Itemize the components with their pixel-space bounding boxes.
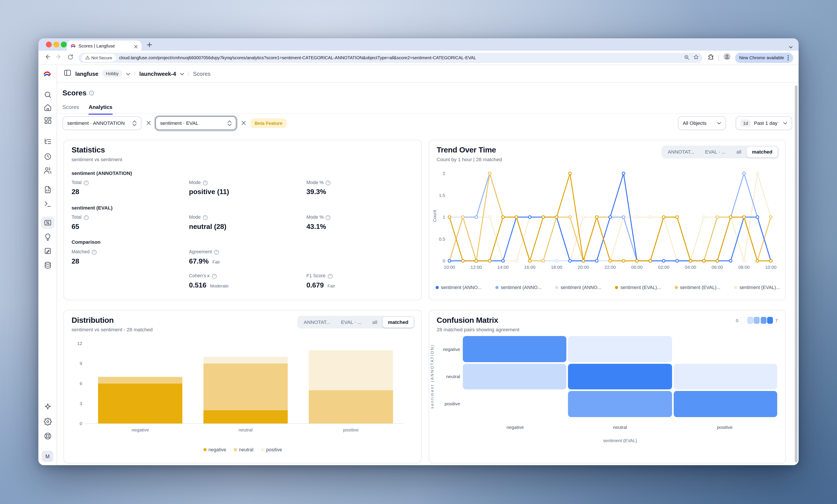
trend-segmented-control: ANNOTAT... EVAL · ... all matched xyxy=(661,146,779,158)
legend-item: sentiment (ANNO... xyxy=(496,285,541,290)
confusion-cell[interactable] xyxy=(568,336,672,362)
distribution-tab-eval[interactable]: EVAL · ... xyxy=(336,317,367,328)
sidebar-prompts-icon[interactable] xyxy=(41,183,54,195)
plan-badge: Hobby xyxy=(102,70,122,77)
legend-item: neutral xyxy=(234,447,253,452)
svg-text:16:00: 16:00 xyxy=(524,265,536,269)
distribution-tab-annotation[interactable]: ANNOTAT... xyxy=(298,317,336,328)
back-icon[interactable] xyxy=(44,53,51,62)
tab-search-chevron-icon[interactable] xyxy=(788,42,793,52)
sidebar-settings-icon[interactable] xyxy=(41,415,54,428)
help-icon[interactable] xyxy=(212,274,217,278)
trend-tab-all[interactable]: all xyxy=(731,147,747,157)
project-chevron-icon[interactable] xyxy=(180,69,184,78)
panel-toggle-icon[interactable] xyxy=(64,69,71,79)
distribution-legend: negativeneutralpositive xyxy=(64,447,421,452)
statistics-card: Statistics sentiment vs sentiment sentim… xyxy=(64,140,422,300)
sidebar-playground-icon[interactable] xyxy=(41,198,54,210)
distribution-tab-matched[interactable]: matched xyxy=(382,317,414,328)
warning-icon xyxy=(86,56,90,60)
legend-item: sentiment (ANNO... xyxy=(555,285,601,290)
trend-tab-matched[interactable]: matched xyxy=(747,147,778,157)
org-chevron-icon[interactable] xyxy=(126,69,130,78)
forward-icon[interactable] xyxy=(56,53,63,62)
langfuse-logo[interactable] xyxy=(43,70,51,80)
trend-tab-annotation[interactable]: ANNOTAT... xyxy=(662,147,700,157)
bookmark-star-icon[interactable] xyxy=(693,53,699,62)
svg-text:neutral: neutral xyxy=(238,427,252,432)
update-chrome-button[interactable]: New Chrome available xyxy=(735,53,794,63)
confusion-cell[interactable] xyxy=(674,391,777,417)
metric-eval-mode: Mode neutral (28) xyxy=(189,214,227,230)
sidebar-home-icon[interactable] xyxy=(41,101,54,113)
confusion-cell[interactable] xyxy=(568,391,672,417)
confusion-cell[interactable] xyxy=(463,363,567,389)
url-bar[interactable]: Not Secure cloud.langfuse.com/project/cm… xyxy=(78,53,702,63)
url-text: cloud.langfuse.com/project/cmhnuoj660007… xyxy=(119,55,680,60)
not-secure-chip[interactable]: Not Secure xyxy=(82,54,116,62)
sidebar-whats-new-icon[interactable] xyxy=(41,400,54,413)
distribution-tab-all[interactable]: all xyxy=(367,317,383,328)
page-scrollbar[interactable] xyxy=(795,86,798,462)
svg-text:negative: negative xyxy=(132,427,149,432)
profile-avatar[interactable] xyxy=(723,53,731,62)
legend-dot xyxy=(203,448,207,451)
sidebar-evaluation-icon[interactable] xyxy=(41,231,54,243)
window-zoom-button[interactable] xyxy=(61,42,67,48)
org-name[interactable]: langfuse xyxy=(75,70,98,77)
confusion-cell[interactable] xyxy=(463,391,567,417)
score1-select[interactable]: sentiment · ANNOTATION xyxy=(63,116,141,130)
comparison-section-heading: Comparison xyxy=(71,240,101,245)
chevron-down-icon xyxy=(717,121,721,126)
sidebar-scores-icon[interactable] xyxy=(41,217,54,229)
help-icon[interactable] xyxy=(326,215,331,220)
sidebar-users-icon[interactable] xyxy=(41,164,54,176)
langfuse-favicon xyxy=(70,41,76,50)
sidebar-search-icon[interactable] xyxy=(41,89,54,101)
help-icon[interactable] xyxy=(203,215,208,220)
confusion-cell[interactable] xyxy=(568,363,672,389)
sidebar-tracing-icon[interactable] xyxy=(41,135,54,148)
help-icon[interactable] xyxy=(203,180,208,185)
window-minimize-button[interactable] xyxy=(53,42,59,48)
sidebar-rail: M xyxy=(38,65,57,465)
svg-text:10:00: 10:00 xyxy=(765,265,777,269)
new-tab-icon[interactable] xyxy=(146,42,153,48)
distribution-subtitle: sentiment vs sentiment - 28 matched xyxy=(71,327,153,332)
info-icon[interactable] xyxy=(89,91,94,95)
help-icon[interactable] xyxy=(84,180,88,185)
browser-tab[interactable]: Scores | Langfuse xyxy=(67,40,141,51)
svg-text:12:00: 12:00 xyxy=(470,265,482,269)
svg-text:Count: Count xyxy=(432,210,437,222)
user-avatar[interactable]: M xyxy=(42,451,53,462)
svg-text:04:00: 04:00 xyxy=(685,265,696,269)
breadcrumb-separator: / xyxy=(134,71,136,76)
date-range-select[interactable]: 1d Past 1 day xyxy=(736,116,792,130)
close-tab-icon[interactable] xyxy=(134,41,138,50)
object-type-select[interactable]: All Objects xyxy=(678,116,726,130)
sidebar-dashboards-icon[interactable] xyxy=(41,114,54,126)
zoom-page-icon[interactable] xyxy=(683,53,690,62)
sidebar-sessions-icon[interactable] xyxy=(41,150,54,163)
sidebar-annotation-icon[interactable] xyxy=(41,245,54,257)
app-header: langfuse Hobby / launchweek-4 / Scores xyxy=(57,65,799,83)
legend-dot xyxy=(734,286,737,289)
sidebar-support-icon[interactable] xyxy=(41,430,54,442)
confusion-cell[interactable] xyxy=(674,363,777,389)
reload-icon[interactable] xyxy=(67,53,74,62)
window-close-button[interactable] xyxy=(46,42,52,48)
confusion-cell[interactable] xyxy=(463,336,567,362)
remove-score2-icon[interactable] xyxy=(240,119,247,127)
help-icon[interactable] xyxy=(214,249,219,255)
help-icon[interactable] xyxy=(327,274,333,278)
extensions-icon[interactable] xyxy=(707,53,714,62)
help-icon[interactable] xyxy=(326,180,331,185)
confusion-cell[interactable] xyxy=(674,336,777,362)
help-icon[interactable] xyxy=(92,249,96,255)
score2-select[interactable]: sentiment · EVAL xyxy=(156,116,236,130)
sidebar-datasets-icon[interactable] xyxy=(41,259,54,272)
project-name[interactable]: launchweek-4 xyxy=(139,70,176,77)
trend-tab-eval[interactable]: EVAL · ... xyxy=(700,147,731,157)
remove-score1-icon[interactable] xyxy=(145,119,152,127)
help-icon[interactable] xyxy=(84,215,88,220)
